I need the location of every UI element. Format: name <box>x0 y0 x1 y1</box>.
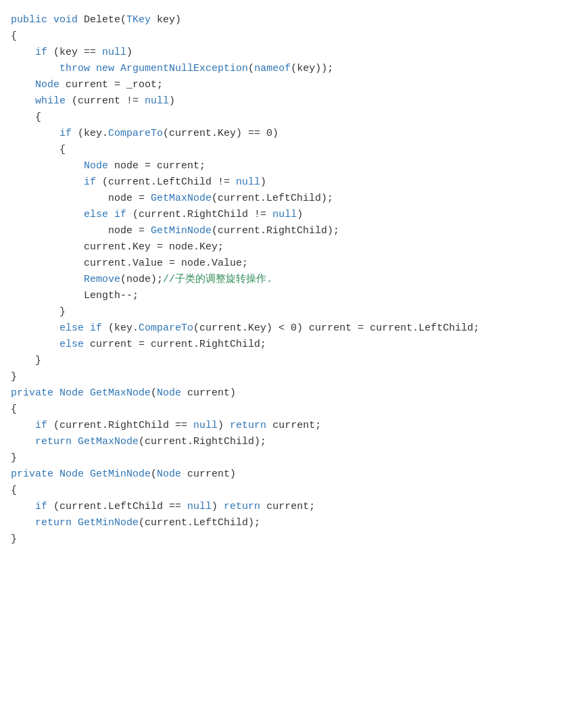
code-line: private Node GetMaxNode(Node current) <box>11 385 577 402</box>
code-line: node = GetMaxNode(current.LeftChild); <box>11 191 577 207</box>
code-line: } <box>11 304 577 320</box>
code-line: if (current.LeftChild != null) <box>11 174 577 191</box>
code-line: while (current != null) <box>11 93 577 110</box>
code-line: { <box>11 402 577 418</box>
code-container: public void Delete(TKey key){ if (key ==… <box>0 7 588 553</box>
code-line: else if (key.CompareTo(current.Key) < 0)… <box>11 320 577 337</box>
code-line: } <box>11 531 577 548</box>
code-line: private Node GetMinNode(Node current) <box>11 466 577 483</box>
code-line: else if (current.RightChild != null) <box>11 207 577 223</box>
code-line: if (key == null) <box>11 45 577 61</box>
code-line: current.Key = node.Key; <box>11 239 577 256</box>
code-line: current.Value = node.Value; <box>11 256 577 272</box>
code-line: if (current.LeftChild == null) return cu… <box>11 499 577 515</box>
code-line: { <box>11 142 577 158</box>
code-line: { <box>11 110 577 126</box>
code-line: node = GetMinNode(current.RightChild); <box>11 223 577 239</box>
code-line: } <box>11 450 577 466</box>
code-line: else current = current.RightChild; <box>11 337 577 353</box>
code-line: Node current = _root; <box>11 77 577 93</box>
code-line: { <box>11 28 577 45</box>
code-line: Length--; <box>11 288 577 304</box>
code-line: } <box>11 369 577 385</box>
code-line: Remove(node);//子类的调整旋转操作. <box>11 272 577 288</box>
code-line: throw new ArgumentNullException(nameof(k… <box>11 61 577 77</box>
code-line: } <box>11 353 577 369</box>
code-line: if (current.RightChild == null) return c… <box>11 418 577 434</box>
code-line: return GetMinNode(current.LeftChild); <box>11 515 577 531</box>
code-line: { <box>11 483 577 499</box>
code-line: public void Delete(TKey key) <box>11 12 577 28</box>
code-line: if (key.CompareTo(current.Key) == 0) <box>11 126 577 142</box>
code-line: return GetMaxNode(current.RightChild); <box>11 434 577 450</box>
code-line: Node node = current; <box>11 158 577 174</box>
